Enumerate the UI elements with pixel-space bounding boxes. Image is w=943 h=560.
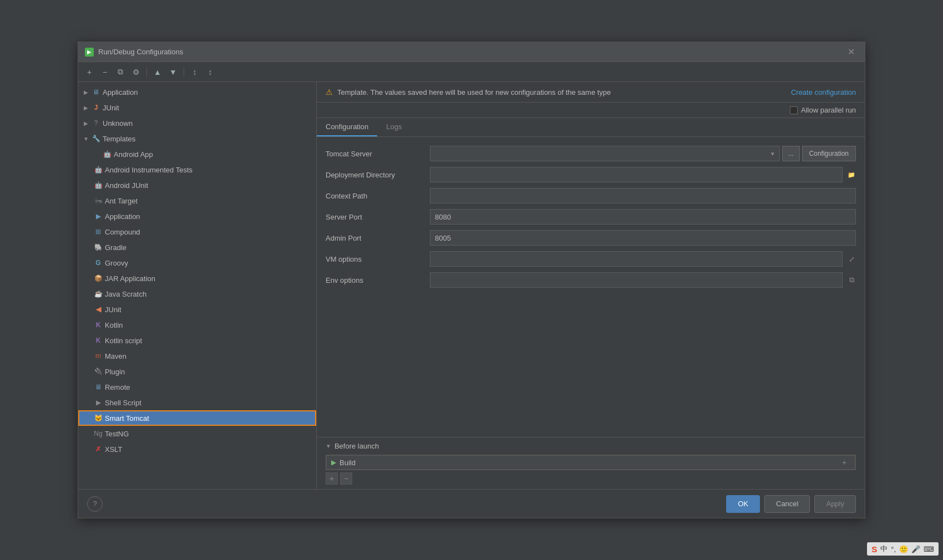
deployment-dir-group: 📁 <box>430 167 856 182</box>
vm-options-input[interactable] <box>430 251 843 267</box>
sidebar-item-maven[interactable]: m Maven <box>78 348 316 364</box>
before-launch-toggle[interactable]: ▼ <box>326 443 331 449</box>
sidebar-item-remote[interactable]: 🖥 Remote <box>78 379 316 395</box>
sidebar-item-android-instrumented[interactable]: 🤖 Android Instrumented Tests <box>78 162 316 177</box>
sidebar-item-java-scratch[interactable]: ☕ Java Scratch <box>78 286 316 302</box>
footer: ? OK Cancel Apply <box>78 489 865 518</box>
shell-icon: ▶ <box>94 398 103 407</box>
sidebar-item-android-app[interactable]: 🤖 Android App <box>78 146 316 162</box>
sidebar-item-templates[interactable]: ▼ 🔧 Templates <box>78 131 316 146</box>
run-debug-dialog: ▶ Run/Debug Configurations ✕ + − ⧉ ⚙ ▲ ▼… <box>78 42 865 518</box>
toolbar-separator <box>146 67 147 77</box>
sidebar-item-label: Android Instrumented Tests <box>105 166 312 174</box>
tab-configuration[interactable]: Configuration <box>317 118 377 136</box>
sidebar-item-xslt[interactable]: ✗ XSLT <box>78 441 316 457</box>
sidebar: ▶ 🖥 Application ▶ J JUnit ▶ ? Unknown ▼ … <box>78 82 317 489</box>
toolbar-separator-2 <box>184 67 184 77</box>
maven-icon: m <box>94 352 103 360</box>
deployment-dir-browse-icon[interactable]: 📁 <box>847 167 856 182</box>
deployment-dir-label: Deployment Directory <box>326 171 425 179</box>
tomcat-server-select[interactable] <box>430 146 780 161</box>
tomcat-server-config-button[interactable]: Configuration <box>802 146 856 161</box>
parallel-run-checkbox[interactable] <box>790 106 798 114</box>
sort-button[interactable]: ↕ <box>204 65 217 79</box>
sidebar-item-label: Java Scratch <box>105 290 312 298</box>
sidebar-item-shell-script[interactable]: ▶ Shell Script <box>78 395 316 410</box>
sidebar-item-application-child[interactable]: ▶ Application <box>78 208 316 224</box>
sidebar-item-kotlin[interactable]: K Kotlin <box>78 317 316 333</box>
help-button[interactable]: ? <box>87 496 103 512</box>
sidebar-item-testng[interactable]: Ng TestNG <box>78 426 316 441</box>
add-config-button[interactable]: + <box>83 65 96 79</box>
android-junit-icon: 🤖 <box>94 181 103 190</box>
sidebar-item-label: Groovy <box>105 259 312 267</box>
move-to-group-button[interactable]: ↕ <box>188 65 201 79</box>
tomcat-server-dots-button[interactable]: ... <box>782 146 800 161</box>
sidebar-item-junit-child[interactable]: ◀ JUnit <box>78 302 316 317</box>
testng-icon: Ng <box>94 429 103 438</box>
deployment-dir-input[interactable] <box>430 167 843 182</box>
tray-chinese-icon: 中 <box>880 544 888 554</box>
vm-options-label: VM options <box>326 255 425 263</box>
plugin-icon: 🔌 <box>94 367 103 376</box>
dialog-body: ▶ 🖥 Application ▶ J JUnit ▶ ? Unknown ▼ … <box>78 82 865 489</box>
launch-item-build: ▶ Build + <box>326 455 855 470</box>
server-port-label: Server Port <box>326 213 425 221</box>
env-options-input[interactable] <box>430 272 843 288</box>
create-configuration-link[interactable]: Create configuration <box>791 88 856 96</box>
sidebar-item-ant-target[interactable]: 🐜 Ant Target <box>78 193 316 208</box>
close-button[interactable]: ✕ <box>844 45 858 58</box>
tab-logs[interactable]: Logs <box>377 118 410 136</box>
sidebar-item-label: Android App <box>114 150 312 159</box>
sidebar-item-smart-tomcat[interactable]: 🐱 Smart Tomcat <box>78 410 316 426</box>
deployment-dir-row: Deployment Directory 📁 <box>326 167 856 182</box>
apply-button[interactable]: Apply <box>814 495 856 513</box>
application-icon: 🖥 <box>92 88 100 96</box>
vm-options-expand-icon[interactable]: ⤢ <box>847 251 856 267</box>
before-launch-list: ▶ Build + <box>326 455 856 470</box>
tray-sougou-icon: S <box>871 544 877 554</box>
sidebar-item-label: JUnit <box>105 306 312 314</box>
sidebar-item-android-junit[interactable]: 🤖 Android JUnit <box>78 177 316 193</box>
sidebar-item-junit-root[interactable]: ▶ J JUnit <box>78 100 316 115</box>
android-instrumented-icon: 🤖 <box>94 165 103 174</box>
toolbar: + − ⧉ ⚙ ▲ ▼ ↕ ↕ <box>78 62 865 82</box>
dialog-title: Run/Debug Configurations <box>98 48 183 56</box>
cancel-button[interactable]: Cancel <box>764 495 810 513</box>
kotlin-icon: K <box>94 320 103 329</box>
sidebar-item-jar-application[interactable]: 📦 JAR Application <box>78 271 316 286</box>
move-up-button[interactable]: ▲ <box>151 65 164 79</box>
sidebar-item-plugin[interactable]: 🔌 Plugin <box>78 364 316 379</box>
before-launch-minus-button[interactable]: − <box>340 472 352 485</box>
env-options-copy-icon[interactable]: ⧉ <box>847 272 856 288</box>
title-bar: ▶ Run/Debug Configurations ✕ <box>78 42 865 62</box>
env-options-label: Env options <box>326 276 425 284</box>
unknown-icon: ? <box>92 119 100 128</box>
context-path-input[interactable] <box>430 188 856 203</box>
sidebar-item-gradle[interactable]: 🐘 Gradle <box>78 240 316 255</box>
sidebar-item-label: Unknown <box>103 119 312 128</box>
sidebar-item-compound[interactable]: ⊞ Compound <box>78 224 316 240</box>
sidebar-item-label: Templates <box>103 135 312 143</box>
system-tray: S 中 °, 🙂 🎤 ⌨ <box>867 542 939 556</box>
sidebar-item-groovy[interactable]: G Groovy <box>78 255 316 271</box>
sidebar-item-unknown[interactable]: ▶ ? Unknown <box>78 115 316 131</box>
server-port-input[interactable] <box>430 209 856 225</box>
before-launch-controls: + − <box>326 472 856 485</box>
settings-button[interactable]: ⚙ <box>129 65 143 79</box>
admin-port-input[interactable] <box>430 230 856 246</box>
before-launch-add-button[interactable]: + <box>838 456 850 469</box>
dialog-icon: ▶ <box>85 48 94 57</box>
before-launch-plus-button[interactable]: + <box>326 472 338 485</box>
server-port-row: Server Port <box>326 209 856 225</box>
sidebar-item-application-root[interactable]: ▶ 🖥 Application <box>78 84 316 100</box>
move-down-button[interactable]: ▼ <box>166 65 180 79</box>
title-bar-left: ▶ Run/Debug Configurations <box>85 48 183 57</box>
ok-button[interactable]: OK <box>726 495 760 513</box>
remove-config-button[interactable]: − <box>98 65 111 79</box>
sidebar-item-kotlin-script[interactable]: K Kotlin script <box>78 333 316 348</box>
copy-config-button[interactable]: ⧉ <box>114 65 127 79</box>
application-child-icon: ▶ <box>94 212 103 221</box>
kotlin-script-icon: K <box>94 336 103 345</box>
smart-tomcat-icon: 🐱 <box>94 414 103 422</box>
